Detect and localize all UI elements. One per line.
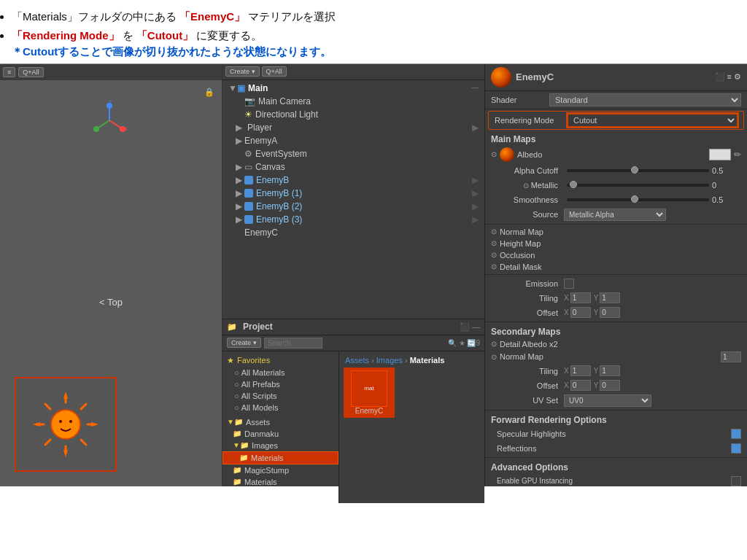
gpu-instancing-row: Enable GPU Instancing bbox=[485, 474, 747, 486]
sec-normal-input[interactable] bbox=[721, 351, 741, 362]
images-folder[interactable]: ▼📁 Images bbox=[222, 440, 338, 451]
hierarchy-create-btn[interactable]: Create ▾ bbox=[225, 66, 260, 77]
sec-offset-x-input[interactable] bbox=[570, 380, 591, 391]
inspector-toolbar-icons: ⬛ ≡ ⚙ bbox=[715, 72, 741, 82]
project-search-input[interactable] bbox=[264, 338, 322, 349]
fav-all-materials[interactable]: ○All Materials bbox=[222, 367, 338, 378]
hierarchy-item-dirlight[interactable]: ☀ Directional Light bbox=[222, 108, 484, 121]
detail-albedo-label: Detail Albedo x2 bbox=[500, 340, 741, 349]
files-grid: mat EnemyC bbox=[342, 366, 481, 419]
inspector-panel: EnemyC ⬛ ≡ ⚙ Shader Standard Rendering M… bbox=[485, 64, 747, 486]
offset-y-input[interactable] bbox=[600, 307, 620, 318]
camera-icon: 📷 bbox=[244, 96, 255, 106]
offset-label: Offset bbox=[491, 308, 564, 317]
smoothness-slider[interactable] bbox=[567, 198, 709, 201]
hierarchy-item-player[interactable]: ▶ Player ▶ bbox=[222, 121, 484, 134]
metallic-thumb[interactable] bbox=[570, 181, 577, 188]
project-toolbar: Create ▾ 🔍 ★ 🔄9 bbox=[222, 335, 484, 351]
hierarchy-item-enemyb[interactable]: ▶ EnemyB ▶ bbox=[222, 174, 484, 187]
fav-all-prefabs[interactable]: ○All Prefabs bbox=[222, 378, 338, 390]
svg-point-8 bbox=[51, 410, 80, 439]
sec-tiling-x-input[interactable] bbox=[570, 365, 591, 376]
secondary-maps-header: Secondary Maps bbox=[485, 324, 747, 338]
assets-root-folder[interactable]: ▼📁 Assets bbox=[222, 416, 338, 428]
fav-all-scripts[interactable]: ○All Scripts bbox=[222, 390, 338, 402]
hierarchy-item-enemyb2[interactable]: ▶ EnemyB (2) ▶ bbox=[222, 200, 484, 213]
sec-tiling-row: Tiling X Y bbox=[485, 364, 747, 378]
alpha-cutoff-slider[interactable] bbox=[567, 169, 709, 172]
pencil-icon[interactable]: ✏ bbox=[734, 149, 741, 160]
metallic-slider[interactable] bbox=[567, 184, 709, 187]
hierarchy-main-folder[interactable]: ▼ ▣ Main — bbox=[222, 82, 484, 95]
file-item-enemyc[interactable]: mat EnemyC bbox=[344, 368, 395, 418]
assets-folder-icon: ▼📁 bbox=[227, 418, 243, 426]
main-maps-header: Main Maps bbox=[485, 131, 747, 146]
tiling-x-input[interactable] bbox=[570, 292, 591, 303]
divider4 bbox=[485, 410, 747, 411]
hierarchy-item-canvas[interactable]: ▶ ▭ Canvas bbox=[222, 160, 484, 174]
project-toolbar-icons: ⬛ — bbox=[460, 322, 480, 332]
enemyb2-icon bbox=[244, 202, 253, 211]
emission-label: Emission bbox=[491, 279, 564, 288]
tiling-xy: X Y bbox=[564, 292, 741, 303]
emission-checkbox[interactable] bbox=[564, 279, 574, 289]
hierarchy-item-enemyb1[interactable]: ▶ EnemyB (1) ▶ bbox=[222, 187, 484, 200]
forward-rendering-header: Forward Rendering Options bbox=[485, 412, 747, 427]
enemyb-icon bbox=[244, 176, 253, 184]
project-create-btn[interactable]: Create ▾ bbox=[227, 338, 261, 348]
sec-tiling-y-input[interactable] bbox=[600, 365, 620, 376]
hierarchy-item-enemyc[interactable]: EnemyC bbox=[222, 226, 484, 239]
specular-checkbox[interactable] bbox=[731, 429, 741, 439]
svg-marker-19 bbox=[63, 392, 68, 399]
shader-select[interactable]: Standard bbox=[549, 93, 741, 106]
svg-point-18 bbox=[69, 420, 72, 423]
sec-normal-row: ⊙ Normal Map bbox=[485, 350, 747, 364]
magicstump-folder[interactable]: 📁 MagicStump bbox=[222, 464, 338, 476]
project-content: ★ Favorites ○All Materials ○All Prefabs … bbox=[222, 351, 484, 503]
gpu-checkbox[interactable] bbox=[731, 476, 741, 486]
viewport-panel: ≡ Q+All Z X 🔒 < Top bbox=[0, 64, 222, 486]
sec-offset-y-input[interactable] bbox=[600, 380, 620, 391]
viewport-qall-btn[interactable]: Q+All bbox=[18, 67, 43, 77]
uv-set-label: UV Set bbox=[491, 396, 564, 405]
sec-tiling-label: Tiling bbox=[491, 367, 564, 376]
divider5 bbox=[485, 457, 747, 458]
hierarchy-item-enemyb3[interactable]: ▶ EnemyB (3) ▶ bbox=[222, 213, 484, 226]
height-dot: ⊙ bbox=[491, 239, 497, 247]
source-label: Source bbox=[491, 210, 564, 219]
rendering-mode-select[interactable]: Cutout bbox=[568, 114, 738, 127]
height-map-row: ⊙ Height Map bbox=[485, 238, 747, 249]
materials-root-folder[interactable]: 📁 Materials bbox=[222, 476, 338, 488]
reflections-label: Reflections bbox=[491, 444, 731, 453]
tiling-y-input[interactable] bbox=[600, 292, 620, 303]
sec-tiling-xy: X Y bbox=[564, 365, 741, 376]
albedo-color-swatch[interactable] bbox=[709, 149, 731, 160]
danmaku-folder[interactable]: 📁 Danmaku bbox=[222, 428, 338, 440]
rendering-mode-label: Rendering Mode bbox=[495, 116, 568, 125]
source-select[interactable]: Metallic Alpha bbox=[564, 209, 666, 221]
hierarchy-item-eventsystem[interactable]: ⚙ EventSystem bbox=[222, 147, 484, 160]
smoothness-thumb[interactable] bbox=[631, 195, 638, 203]
project-label: Project bbox=[243, 322, 273, 332]
viewport-content: Z X 🔒 < Top bbox=[0, 80, 222, 486]
detail-mask-row: ⊙ Detail Mask bbox=[485, 261, 747, 273]
viewport-menu-btn[interactable]: ≡ bbox=[3, 67, 15, 77]
hierarchy-item-maincamera[interactable]: 📷 Main Camera bbox=[222, 95, 484, 108]
images-icon: ▼📁 bbox=[233, 441, 249, 449]
alpha-cutoff-thumb[interactable] bbox=[631, 166, 638, 174]
hierarchy-qall-btn[interactable]: Q+All bbox=[262, 66, 287, 77]
favorites-header[interactable]: ★ Favorites bbox=[222, 354, 338, 367]
offset-x-input[interactable] bbox=[570, 307, 591, 318]
occlusion-row: ⊙ Occlusion bbox=[485, 249, 747, 261]
reflections-checkbox[interactable] bbox=[731, 443, 741, 454]
materials-subfolder[interactable]: 📁 Materials bbox=[222, 451, 338, 464]
sec-offset-label: Offset bbox=[491, 381, 564, 390]
fav-all-models[interactable]: ○All Models bbox=[222, 402, 338, 413]
hierarchy-item-enemya[interactable]: ▶ EnemyA bbox=[222, 134, 484, 147]
metallic-value: 0 bbox=[712, 181, 741, 190]
normal-map-label: Normal Map bbox=[500, 228, 741, 236]
svg-marker-21 bbox=[33, 422, 40, 427]
sun-icon bbox=[29, 388, 102, 461]
uv-set-select[interactable]: UV0 bbox=[564, 394, 651, 407]
inspector-header: EnemyC ⬛ ≡ ⚙ bbox=[485, 64, 747, 91]
